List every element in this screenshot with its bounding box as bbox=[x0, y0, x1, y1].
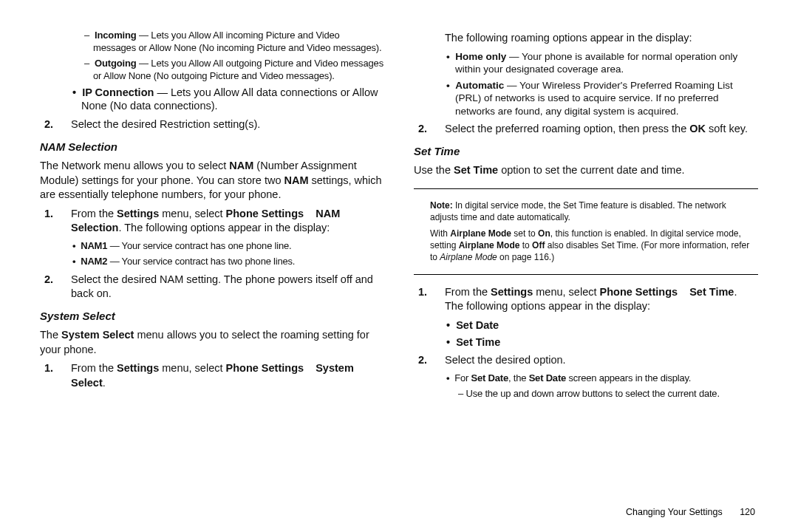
t: screen appears in the display. bbox=[566, 372, 691, 383]
t: . bbox=[103, 377, 106, 389]
roam-intro: The following roaming options appear in … bbox=[445, 31, 758, 46]
t: . The following options appear in the di… bbox=[118, 222, 330, 233]
t: option to set the current date and time. bbox=[498, 164, 684, 176]
incoming-item: Incoming — Lets you Allow All incoming P… bbox=[84, 30, 384, 55]
t: , the bbox=[508, 372, 529, 383]
note-p1: Note: In digital service mode, the Set T… bbox=[430, 200, 755, 223]
t: Airplane Mode bbox=[450, 228, 511, 239]
step-number: 1. bbox=[432, 285, 445, 300]
setdate-bullet: For Set Date, the Set Date screen appear… bbox=[446, 372, 758, 385]
t: Settings bbox=[491, 286, 533, 298]
auto-label: Automatic bbox=[455, 80, 504, 91]
nam1-item: NAM1 — Your service contract has one pho… bbox=[72, 240, 384, 253]
nam1-text: — Your service contract has one phone li… bbox=[107, 240, 291, 251]
t: The bbox=[40, 329, 61, 341]
sys-intro: The System Select menu allows you to sel… bbox=[40, 328, 384, 357]
sys-step-1: 1.From the Settings menu, select Phone S… bbox=[58, 361, 384, 390]
nam-step-1: 1.From the Settings menu, select Phone S… bbox=[58, 207, 384, 236]
nam2-label: NAM2 bbox=[81, 256, 107, 267]
t: Phone Settings bbox=[226, 362, 304, 374]
settime-label: Set Time bbox=[456, 336, 500, 348]
outgoing-item: Outgoing — Lets you Allow All outgoing P… bbox=[84, 58, 384, 83]
t: Airplane Mode bbox=[459, 240, 520, 250]
t: Set Time bbox=[454, 164, 498, 176]
step-number: 1. bbox=[58, 207, 71, 222]
t: With bbox=[430, 228, 450, 239]
manual-page: Incoming — Lets you Allow All incoming P… bbox=[0, 0, 798, 532]
t: OK bbox=[689, 123, 706, 134]
t: The Network menu allows you to select bbox=[40, 160, 229, 171]
right-column: The following roaming options appear in … bbox=[414, 27, 758, 511]
step-number: 2. bbox=[432, 353, 445, 368]
t: Select the desired NAM setting. The phon… bbox=[71, 273, 373, 300]
t: Set Date bbox=[529, 372, 566, 383]
incoming-label: Incoming bbox=[95, 30, 137, 41]
t: NAM bbox=[284, 174, 308, 186]
t: Set Time bbox=[689, 286, 734, 298]
restrict-step2-text: Select the desired Restriction setting(s… bbox=[71, 118, 260, 130]
outgoing-text: — Lets you Allow All outgoing Picture an… bbox=[93, 58, 383, 81]
nam-selection-header: NAM Selection bbox=[40, 140, 384, 154]
settime-step-1: 1.From the Settings menu, select Phone S… bbox=[432, 285, 758, 314]
footer-section: Changing Your Settings bbox=[626, 507, 723, 517]
note-label: Note: bbox=[430, 200, 453, 211]
ipconn-item: IP Connection — Lets you Allow All data … bbox=[72, 86, 384, 114]
t: Airplane Mode bbox=[440, 252, 497, 262]
t: Select the desired option. bbox=[445, 354, 566, 366]
t: From the bbox=[445, 286, 491, 298]
nam2-text: — Your service contract has two phone li… bbox=[107, 256, 295, 267]
t: set to bbox=[511, 228, 538, 239]
set-time-header: Set Time bbox=[414, 144, 758, 159]
t: Settings bbox=[117, 362, 159, 374]
t: Off bbox=[532, 240, 545, 250]
nam-step-2: 2.Select the desired NAM setting. The ph… bbox=[58, 273, 384, 301]
t: On bbox=[538, 228, 550, 239]
nam1-label: NAM1 bbox=[81, 240, 107, 251]
system-select-header: System Select bbox=[40, 309, 384, 324]
t: menu, select bbox=[533, 286, 599, 298]
t: to bbox=[519, 240, 532, 250]
outgoing-label: Outgoing bbox=[95, 58, 137, 69]
t: System Select bbox=[61, 329, 134, 341]
left-column: Incoming — Lets you Allow All incoming P… bbox=[40, 27, 384, 511]
setdate-dash: Use the up and down arrow buttons to sel… bbox=[458, 388, 758, 400]
footer-page-number: 120 bbox=[740, 507, 755, 517]
roam-step-2: 2.Select the preferred roaming option, t… bbox=[432, 122, 758, 137]
t: menu, select bbox=[159, 208, 225, 219]
setdate-label: Set Date bbox=[456, 319, 499, 331]
note-box: Note: In digital service mode, the Set T… bbox=[414, 188, 758, 275]
step-number: 2. bbox=[58, 117, 71, 132]
restrict-step-2: 2.Select the desired Restriction setting… bbox=[58, 117, 384, 132]
t: Phone Settings bbox=[226, 208, 304, 219]
nam2-item: NAM2 — Your service contract has two pho… bbox=[72, 256, 384, 268]
page-footer: Changing Your Settings 120 bbox=[626, 507, 755, 517]
t: From the bbox=[71, 208, 117, 219]
nam-intro: The Network menu allows you to select NA… bbox=[40, 159, 384, 202]
t: In digital service mode, the Set Time fe… bbox=[430, 200, 726, 222]
t: Select the preferred roaming option, the… bbox=[445, 123, 689, 134]
t: Set Date bbox=[471, 372, 508, 383]
home-label: Home only bbox=[455, 51, 506, 62]
setdate-item: Set Date bbox=[446, 318, 758, 332]
t: NAM bbox=[229, 160, 253, 171]
t: Use the bbox=[414, 164, 454, 176]
step-number: 1. bbox=[58, 361, 71, 376]
t: soft key. bbox=[706, 123, 748, 134]
step-number: 2. bbox=[432, 122, 445, 137]
t: For bbox=[454, 372, 471, 383]
settime-step-2: 2.Select the desired option. bbox=[432, 353, 758, 368]
t: menu, select bbox=[159, 362, 225, 374]
settime-intro: Use the Set Time option to set the curre… bbox=[414, 163, 758, 178]
settime-item: Set Time bbox=[446, 335, 758, 349]
home-only-item: Home only — Your phone is available for … bbox=[446, 50, 758, 76]
t: From the bbox=[71, 362, 117, 374]
incoming-text: — Lets you Allow All incoming Picture an… bbox=[93, 30, 381, 53]
t: on page 116.) bbox=[497, 252, 554, 262]
automatic-item: Automatic — Your Wireless Provider's Pre… bbox=[446, 79, 758, 118]
t: Settings bbox=[117, 208, 159, 219]
step-number: 2. bbox=[58, 273, 71, 287]
note-p2: With Airplane Mode set to On, this funct… bbox=[430, 228, 755, 264]
ipconn-label: IP Connection bbox=[82, 86, 154, 98]
t: Phone Settings bbox=[600, 286, 678, 298]
